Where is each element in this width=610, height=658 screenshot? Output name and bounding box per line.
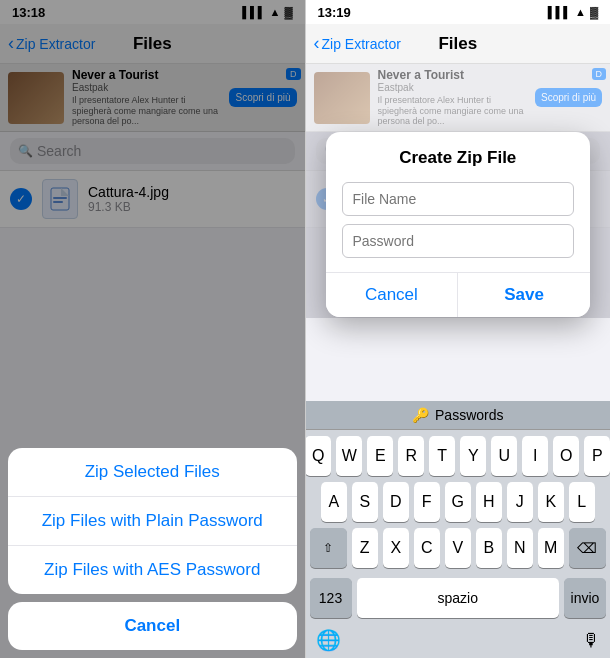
chevron-left-icon-right: ‹ — [314, 33, 320, 54]
emoji-key[interactable]: 🌐 — [316, 628, 341, 652]
keyboard-bottom-row: 123 spazio invio — [306, 578, 611, 624]
key-i[interactable]: I — [522, 436, 548, 476]
key-l[interactable]: L — [569, 482, 595, 522]
keyboard-toolbar-text: Passwords — [435, 407, 503, 423]
key-t[interactable]: T — [429, 436, 455, 476]
key-b[interactable]: B — [476, 528, 502, 568]
ad-subtitle-right: Eastpak — [378, 82, 527, 93]
key-x[interactable]: X — [383, 528, 409, 568]
nav-title-right: Files — [438, 34, 477, 54]
key-o[interactable]: O — [553, 436, 579, 476]
ad-image-right — [314, 72, 370, 124]
keyboard-row-2: A S D F G H J K L — [310, 482, 607, 522]
num-key[interactable]: 123 — [310, 578, 352, 618]
key-u[interactable]: U — [491, 436, 517, 476]
dialog-save-button[interactable]: Save — [458, 273, 590, 317]
password-input[interactable] — [342, 224, 575, 258]
signal-icon-right: ▌▌▌ — [548, 6, 571, 18]
back-label-right: Zip Extractor — [322, 36, 401, 52]
key-m[interactable]: M — [538, 528, 564, 568]
key-y[interactable]: Y — [460, 436, 486, 476]
ad-body-right: Il presentatore Alex Hunter ti spiegherà… — [378, 95, 527, 127]
key-r[interactable]: R — [398, 436, 424, 476]
key-f[interactable]: F — [414, 482, 440, 522]
ad-banner-right: Never a Tourist Eastpak Il presentatore … — [306, 64, 611, 132]
left-screen: 13:18 ▌▌▌ ▲ ▓ ‹ Zip Extractor Files Neve… — [0, 0, 305, 658]
wifi-icon-right: ▲ — [575, 6, 586, 18]
key-p[interactable]: P — [584, 436, 610, 476]
status-time-right: 13:19 — [318, 5, 351, 20]
ad-badge-right: D — [592, 68, 607, 80]
nav-bar-right: ‹ Zip Extractor Files — [306, 24, 611, 64]
key-s[interactable]: S — [352, 482, 378, 522]
key-h[interactable]: H — [476, 482, 502, 522]
keyboard: 🔑 Passwords Q W E R T Y U I O P A S D — [306, 401, 611, 658]
key-g[interactable]: G — [445, 482, 471, 522]
back-button-right[interactable]: ‹ Zip Extractor — [314, 33, 401, 54]
shift-key[interactable]: ⇧ — [310, 528, 347, 568]
dialog-cancel-button[interactable]: Cancel — [326, 273, 459, 317]
key-q[interactable]: Q — [306, 436, 332, 476]
key-j[interactable]: J — [507, 482, 533, 522]
key-w[interactable]: W — [336, 436, 362, 476]
ad-text-right: Never a Tourist Eastpak Il presentatore … — [378, 68, 527, 127]
key-d[interactable]: D — [383, 482, 409, 522]
battery-icon-right: ▓ — [590, 6, 598, 18]
keyboard-row-1: Q W E R T Y U I O P — [310, 436, 607, 476]
key-a[interactable]: A — [321, 482, 347, 522]
key-icon: 🔑 — [412, 407, 429, 423]
right-screen: 13:19 ▌▌▌ ▲ ▓ ‹ Zip Extractor Files Neve… — [306, 0, 611, 658]
status-icons-right: ▌▌▌ ▲ ▓ — [548, 6, 598, 18]
ad-btn-right[interactable]: Scopri di più — [535, 88, 602, 107]
key-v[interactable]: V — [445, 528, 471, 568]
action-sheet: Zip Selected Files Zip Files with Plain … — [0, 440, 305, 658]
ad-title-right: Never a Tourist — [378, 68, 527, 82]
action-zip-aes-password[interactable]: Zip Files with AES Password — [8, 546, 297, 594]
create-zip-dialog: Create Zip File Cancel Save — [326, 132, 591, 317]
key-n[interactable]: N — [507, 528, 533, 568]
key-k[interactable]: K — [538, 482, 564, 522]
return-key[interactable]: invio — [564, 578, 606, 618]
key-c[interactable]: C — [414, 528, 440, 568]
backspace-key[interactable]: ⌫ — [569, 528, 606, 568]
keyboard-emoji-row: 🌐 🎙 — [306, 624, 611, 658]
action-zip-plain-password[interactable]: Zip Files with Plain Password — [8, 497, 297, 546]
file-name-input[interactable] — [342, 182, 575, 216]
key-e[interactable]: E — [367, 436, 393, 476]
mic-key[interactable]: 🎙 — [582, 630, 600, 651]
keyboard-row-3: ⇧ Z X C V B N M ⌫ — [310, 528, 607, 568]
action-zip-selected[interactable]: Zip Selected Files — [8, 448, 297, 497]
action-sheet-group: Zip Selected Files Zip Files with Plain … — [8, 448, 297, 594]
keyboard-rows: Q W E R T Y U I O P A S D F G H J K — [306, 430, 611, 578]
space-key[interactable]: spazio — [357, 578, 560, 618]
status-bar-right: 13:19 ▌▌▌ ▲ ▓ — [306, 0, 611, 24]
action-sheet-cancel[interactable]: Cancel — [8, 602, 297, 650]
key-z[interactable]: Z — [352, 528, 378, 568]
dialog-buttons: Cancel Save — [326, 272, 591, 317]
keyboard-toolbar: 🔑 Passwords — [306, 401, 611, 430]
dialog-title: Create Zip File — [342, 148, 575, 168]
